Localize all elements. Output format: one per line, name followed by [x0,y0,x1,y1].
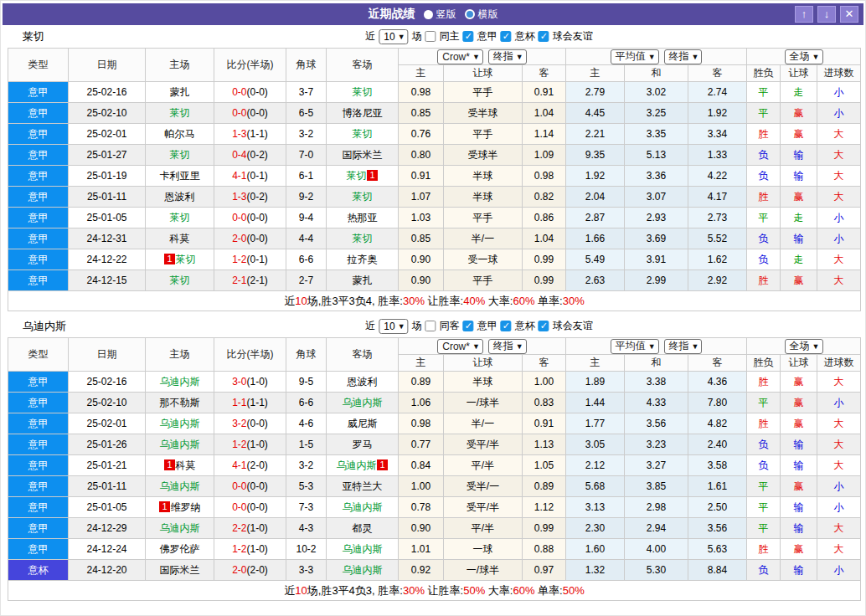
league-cell: 意甲 [8,208,69,228]
stats-summary: 近10场,胜3平3负4, 胜率:30% 让胜率:40% 大率:60% 单率:30… [8,291,861,311]
away-team-cell: 威尼斯 [327,413,399,434]
corner-cell: 3-3 [286,560,327,581]
full-match-select[interactable]: 全场▼ [785,339,823,354]
summary-stat-value: 30% [563,295,585,307]
avg-draw-odds-cell: 3.85 [625,476,688,497]
result-cell: 平 [747,476,781,497]
match-row: 意甲25-01-11恩波利1-3(0-2)9-2莱切1.07半球0.822.04… [8,187,861,208]
result-cell: 平 [747,518,781,539]
match-count-select[interactable]: 10▼ [379,319,408,334]
avg-home-odds-cell: 1.44 [566,393,625,413]
team-name: 莱切 [23,29,44,44]
handicap-away-odds-cell: 0.83 [523,393,566,413]
avg-away-odds-cell: 1.92 [688,103,747,124]
team-label: 莱切 [353,191,373,203]
col-type: 类型 [8,49,69,82]
league-cell: 意甲 [8,270,69,291]
team-label: 罗马 [353,439,373,450]
red-card-badge: 1 [164,254,174,264]
date-cell: 25-01-26 [69,434,146,455]
halftime-score: (0-0) [247,212,268,223]
avg-away-odds-cell: 5.52 [688,228,747,249]
bookmaker-select[interactable]: Crow*▼ [437,339,483,354]
date-cell: 25-01-11 [69,476,146,497]
handicap-away-odds-cell: 0.91 [523,82,566,103]
bookmaker-select[interactable]: Crow*▼ [437,49,483,64]
avg-home-odds-cell: 2.87 [566,208,625,228]
avg-away-odds-cell: 3.58 [688,455,747,476]
fulltime-score: 0-0 [232,501,246,513]
serie-a-checkbox[interactable] [463,321,474,331]
goals-result-cell: 大 [817,434,861,455]
away-team-cell: 国际米兰 [327,145,399,166]
average-select[interactable]: 平均值▼ [611,49,659,64]
cup-checkbox[interactable] [501,31,512,42]
col-away: 客场 [327,49,399,82]
result-cell: 平 [747,497,781,518]
avg-draw-odds-cell: 2.98 [625,497,688,518]
team-label: 乌迪内斯 [343,397,383,408]
result-cell: 负 [747,455,781,476]
result-cell: 负 [747,228,781,249]
final-odds-select[interactable]: 终指▼ [488,49,527,64]
friendly-checkbox[interactable] [539,31,549,42]
radio-unselected-icon [465,9,475,19]
red-card-badge: 1 [164,459,174,470]
handicap-result-cell: 赢 [781,372,817,393]
sub-col-handicap-result: 让球 [781,65,817,82]
score-cell: 0-0(0-0) [214,497,286,518]
friendly-label: 球会友谊 [553,319,593,333]
same-home-checkbox[interactable] [425,31,436,42]
cup-checkbox[interactable] [501,321,512,331]
goals-result-cell: 小 [817,228,861,249]
friendly-checkbox[interactable] [539,321,549,331]
avg-away-odds-cell: 1.61 [688,476,747,497]
away-team-cell: 亚特兰大 [327,476,399,497]
final-odds-select-2[interactable]: 终指▼ [664,49,703,64]
chevron-down-icon: ▼ [812,53,820,61]
serie-a-checkbox[interactable] [463,31,474,42]
date-cell: 25-02-01 [69,124,146,145]
corner-cell: 4-4 [286,228,327,249]
away-team-cell: 蒙扎 [327,270,399,291]
halftime-score: (2-1) [247,275,268,286]
same-away-checkbox[interactable] [425,321,436,331]
score-cell: 3-2(0-0) [214,413,286,434]
section-header: 莱切 近 10▼ 场 同主 意甲 意杯 球会友谊 [1,25,865,48]
col-date: 日期 [69,338,146,372]
red-card-badge: 1 [367,170,377,181]
move-up-button[interactable]: ↑ [795,6,813,23]
league-cell: 意甲 [8,82,69,103]
halftime-score: (1-0) [247,543,268,555]
sub-col-away-odds: 客 [523,65,566,82]
date-cell: 25-02-16 [69,82,146,103]
close-button[interactable]: ✕ [840,6,858,23]
away-team-cell: 热那亚 [327,208,399,228]
league-cell: 意甲 [8,476,69,497]
match-count-select[interactable]: 10▼ [379,29,408,44]
team-label: 莱切 [170,149,190,161]
handicap-away-odds-cell: 0.89 [523,476,566,497]
final-odds-select[interactable]: 终指▼ [488,339,527,354]
handicap-line-cell: 半球 [444,187,523,208]
move-down-button[interactable]: ↓ [817,6,836,23]
radio-portrait[interactable]: 竖版 [424,8,456,22]
average-header: 平均值▼ 终指▼ [566,49,747,65]
average-select[interactable]: 平均值▼ [611,339,659,354]
away-team-cell: 乌迪内斯 [327,393,399,413]
final-odds-select-2[interactable]: 终指▼ [664,339,703,354]
corner-cell: 6-6 [286,249,327,270]
summary-text: 场,胜3平3负4, 胜率: [307,295,403,307]
date-cell: 25-01-05 [69,497,146,518]
sub-col-home-odds: 主 [399,65,444,82]
handicap-line-cell: 受平/半 [444,434,523,455]
handicap-away-odds-cell: 0.99 [523,518,566,539]
fulltime-score: 0-0 [232,107,246,119]
chevron-down-icon: ▼ [398,322,405,331]
avg-home-odds-cell: 4.45 [566,103,625,124]
full-match-select[interactable]: 全场▼ [785,49,823,64]
handicap-result-cell: 赢 [781,393,817,413]
halftime-score: (0-0) [247,107,268,119]
league-cell: 意杯 [8,560,69,581]
radio-landscape[interactable]: 横版 [465,8,498,22]
